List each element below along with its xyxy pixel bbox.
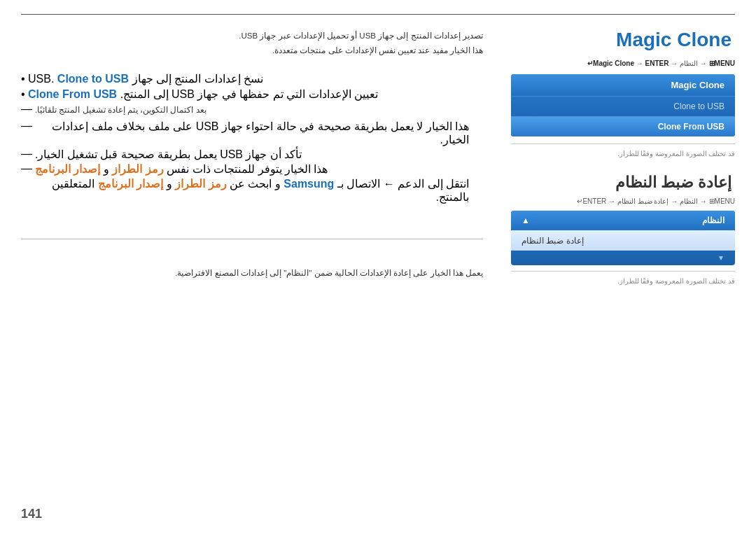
two-sections: تصدير إعدادات المنتج إلى جهاز USB أو تحم… <box>21 29 483 520</box>
note-2: تأكد أن جهاز USB يعمل بطريقة صحيحة قبل ت… <box>21 148 483 161</box>
after-install-text: بعد اكتمال التكوين، يتم إعادة تشغيل المن… <box>35 103 206 118</box>
clone-from-usb-item: تعيين الإعدادات التي تم حفظها في جهاز US… <box>21 87 483 101</box>
software-keyword2: إصدار البرنامج <box>98 178 163 190</box>
clone-from-usb-menu-item[interactable]: Clone From USB <box>511 116 735 136</box>
top-rule <box>21 14 735 15</box>
note-1: هذا الخيار لا يعمل بطريقة صحيحة في حالة … <box>21 120 483 146</box>
reset-desc: يعمل هذا الخيار على إعادة الإعدادات الحا… <box>21 266 483 281</box>
magic-clone-title: Magic Clone <box>511 29 735 51</box>
desc-clone-from: تعيين الإعدادات التي تم حفظها في جهاز US… <box>120 88 378 100</box>
divider-bottom <box>511 271 735 272</box>
main-content: تصدير إعدادات المنتج إلى جهاز USB أو تحم… <box>21 29 735 520</box>
clone-from-usb-menu-label: Clone From USB <box>658 122 724 132</box>
page-number: 141 <box>21 507 42 521</box>
note-1-text: هذا الخيار لا يعمل بطريقة صحيحة في حالة … <box>35 120 469 146</box>
section-top: تصدير إعدادات المنتج إلى جهاز USB أو تحم… <box>21 29 483 205</box>
samsung-keyword: Samsung <box>284 178 334 190</box>
support-link-text: انتقل إلى الدعم ← الاتصال بـ Samsung و ا… <box>21 177 469 204</box>
arrow-up-icon: ▲ <box>522 216 530 225</box>
dash-1: — <box>21 120 32 132</box>
menu-bold-1: MENU⊞ <box>709 59 735 67</box>
menu-bold-2: Magic Clone <box>593 59 634 67</box>
small-note-bottom: قد تختلف الصورة المعروضة وفقًا للطراز. <box>511 277 735 285</box>
keyword-model: رمز الطراز <box>112 163 163 175</box>
keyword-software: إصدار البرنامج <box>35 163 100 175</box>
right-panel: Magic Clone MENU⊞ → النظام → Magic Clone… <box>511 29 735 520</box>
menu-box-header-label: Magic Clone <box>671 80 724 90</box>
reset-item-label: إعادة ضبط النظام <box>522 236 584 246</box>
clone-to-usb-item: نسخ إعدادات المنتج إلى جهاز USB. Clone t… <box>21 72 483 85</box>
clone-from-usb-text: تعيين الإعدادات التي تم حفظها في جهاز US… <box>21 87 378 101</box>
support-link: انتقل إلى الدعم ← الاتصال بـ Samsung و ا… <box>21 177 483 204</box>
divider-top <box>511 143 735 144</box>
note-3: هذا الخيار يتوفر للمنتجات ذات نفس رمز ال… <box>21 162 483 176</box>
reset-menu-header-label: النظام <box>702 216 724 225</box>
clone-to-usb-text: نسخ إعدادات المنتج إلى جهاز USB. Clone t… <box>21 72 263 85</box>
magic-clone-section: Magic Clone MENU⊞ → النظام → Magic Clone… <box>511 29 735 161</box>
reset-menu-box: ▲ النظام إعادة ضبط النظام ▼ <box>511 211 735 265</box>
clone-from-usb-keyword: Clone From USB <box>28 88 117 100</box>
reset-menu-bold-2: إعادة ضبط النظام <box>617 197 669 205</box>
reset-menu-item[interactable]: إعادة ضبط النظام <box>511 230 735 251</box>
small-note-top: قد تختلف الصورة المعروضة وفقًا للطراز. <box>511 150 735 157</box>
dash-2: — <box>21 148 32 160</box>
menu-path-top: MENU⊞ → النظام → Magic Clone → ENTER↵ <box>511 59 735 67</box>
magic-clone-menu-box: Magic Clone Clone to USB Clone From USB <box>511 74 735 136</box>
arrow-down-icon: ▼ <box>718 254 724 262</box>
menu-path-text: MENU⊞ → النظام → Magic Clone → ENTER↵ <box>587 59 735 67</box>
reset-menu-box-header: ▲ النظام <box>511 211 735 230</box>
dash-prefix: — <box>21 103 32 115</box>
left-panel: تصدير إعدادات المنتج إلى جهاز USB أو تحم… <box>21 29 511 520</box>
note-3-text: هذا الخيار يتوفر للمنتجات ذات نفس رمز ال… <box>35 162 328 176</box>
reset-menu-path: MENU⊞ → النظام → إعادة ضبط النظام → ENTE… <box>511 197 735 205</box>
clone-to-usb-menu-label: Clone to USB <box>673 101 724 111</box>
desc-line-1: تصدير إعدادات المنتج إلى جهاز USB أو تحم… <box>21 29 483 43</box>
dash-3: — <box>21 162 32 175</box>
reset-menu-bold-3: ENTER↵ <box>577 197 606 205</box>
reset-title: إعادة ضبط النظام <box>511 174 735 192</box>
section-bottom: يعمل هذا الخيار على إعادة الإعدادات الحا… <box>21 266 483 281</box>
desc-line-2: هذا الخيار مفيد عند تعيين نفس الإعدادات … <box>21 43 483 58</box>
clone-to-usb-menu-item[interactable]: Clone to USB <box>511 96 735 116</box>
menu-box-header: Magic Clone <box>511 74 735 96</box>
reset-section: إعادة ضبط النظام MENU⊞ → النظام → إعادة … <box>511 174 735 288</box>
page-container: تصدير إعدادات المنتج إلى جهاز USB أو تحم… <box>0 0 756 534</box>
model-keyword2: رمز الطراز <box>175 178 226 190</box>
after-install-item: بعد اكتمال التكوين، يتم إعادة تشغيل المن… <box>21 103 483 118</box>
reset-menu-bold-1: MENU⊞ <box>709 197 735 205</box>
reset-menu-path-text: MENU⊞ → النظام → إعادة ضبط النظام → ENTE… <box>577 197 735 205</box>
reset-menu-footer: ▼ <box>511 251 735 265</box>
note-2-text: تأكد أن جهاز USB يعمل بطريقة صحيحة قبل ت… <box>35 148 302 161</box>
section-divider <box>21 239 483 239</box>
clone-to-usb-keyword: Clone to USB <box>57 73 129 85</box>
